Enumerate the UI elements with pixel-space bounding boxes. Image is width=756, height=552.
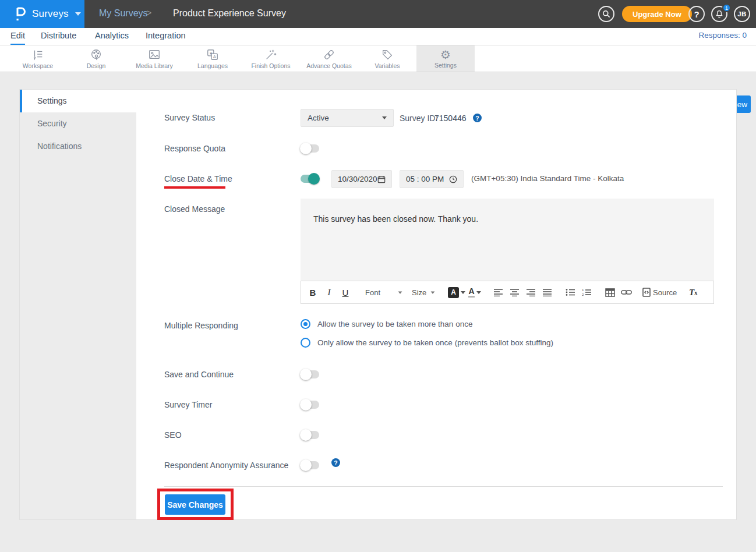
- breadcrumb-parent[interactable]: My Surveys: [99, 8, 148, 19]
- survey-status-value: Active: [308, 114, 329, 122]
- chevron-down-icon: [461, 291, 465, 294]
- chain-links-icon: [323, 48, 335, 61]
- question-mark-icon: ?: [334, 459, 337, 466]
- survey-id-label: Survey ID:: [400, 114, 437, 123]
- tab-analytics[interactable]: Analytics: [95, 28, 129, 45]
- align-left-button[interactable]: [491, 285, 505, 300]
- question-mark-icon: ?: [475, 115, 479, 122]
- source-button[interactable]: Source: [642, 285, 677, 300]
- close-time-value: 05 : 00 PM: [406, 175, 444, 183]
- chevron-down-icon: [398, 291, 402, 293]
- toolbar-item-variables[interactable]: Variables: [358, 45, 416, 72]
- remove-format-x: x: [694, 289, 697, 296]
- survey-status-select[interactable]: Active: [301, 109, 394, 127]
- responses-count: Responses: 0: [698, 31, 747, 40]
- product-switcher[interactable]: Surveys: [0, 0, 84, 28]
- sidebar-item-settings[interactable]: Settings: [20, 90, 136, 112]
- workspace-icon: [31, 48, 44, 61]
- toolbar-item-finish-options[interactable]: Finish Options: [242, 45, 300, 72]
- toolbar-item-settings[interactable]: ⚙ Settings: [416, 45, 475, 72]
- multiple-responding-option-1[interactable]: Allow the survey to be taken more than o…: [301, 319, 472, 329]
- annotation-underline: [164, 186, 225, 189]
- close-date-time-label: Close Date & Time: [164, 174, 232, 183]
- insert-link-button[interactable]: [619, 285, 633, 300]
- chevron-down-icon: [431, 291, 435, 293]
- toolbar-item-label: Settings: [434, 62, 457, 69]
- toggle-knob: [300, 143, 312, 154]
- toolbar-item-workspace[interactable]: Workspace: [9, 45, 67, 72]
- justify-button[interactable]: [540, 285, 554, 300]
- radio-label: Only allow the survey to be taken once (…: [317, 338, 553, 347]
- insert-table-button[interactable]: [603, 285, 617, 300]
- toolbar-item-languages[interactable]: ★ A Languages: [183, 45, 242, 72]
- multiple-responding-option-2[interactable]: Only allow the survey to be taken once (…: [301, 338, 553, 348]
- top-header: Surveys My Surveys > Product Experience …: [0, 0, 756, 28]
- product-name: Surveys: [32, 8, 69, 20]
- page-title: Product Experience Survey: [173, 8, 286, 19]
- closed-message-editor[interactable]: This survey has been closed now. Thank y…: [301, 199, 714, 281]
- remove-format-button[interactable]: Tx: [686, 285, 700, 300]
- question-mark-icon: ?: [694, 9, 699, 19]
- align-center-button[interactable]: [507, 285, 521, 300]
- underline-button[interactable]: U: [338, 285, 352, 300]
- background-color-button[interactable]: A: [448, 285, 465, 300]
- align-right-button[interactable]: [524, 285, 538, 300]
- response-quota-label: Response Quota: [164, 144, 225, 153]
- text-color-button[interactable]: A: [468, 285, 482, 300]
- close-time-input[interactable]: 05 : 00 PM: [400, 170, 464, 188]
- sidebar-item-security[interactable]: Security: [20, 112, 136, 135]
- survey-nav-tabs: Edit Distribute Analytics Integration Re…: [0, 28, 756, 45]
- chevron-down-icon: [476, 291, 481, 294]
- notifications-button[interactable]: 1: [711, 6, 727, 22]
- numbered-list-button[interactable]: 1 2: [580, 285, 594, 300]
- tab-edit[interactable]: Edit: [10, 28, 25, 45]
- edit-toolbar: Workspace Design Media Library ★: [0, 45, 756, 72]
- upgrade-now-button[interactable]: Upgrade Now: [622, 6, 692, 22]
- save-and-continue-toggle[interactable]: [301, 370, 319, 378]
- svg-text:A: A: [213, 54, 217, 59]
- radio-label: Allow the survey to be taken more than o…: [317, 320, 472, 328]
- respondent-anonymity-help-icon[interactable]: ?: [331, 458, 340, 467]
- bullet-list-button[interactable]: [563, 285, 577, 300]
- bold-button[interactable]: B: [306, 285, 320, 300]
- image-icon: [148, 48, 161, 61]
- close-date-input[interactable]: 10/30/2020: [331, 170, 392, 188]
- help-button[interactable]: ?: [688, 6, 705, 22]
- survey-id-help-icon[interactable]: ?: [473, 114, 482, 122]
- toolbar-item-advance-quotas[interactable]: Advance Quotas: [300, 45, 358, 72]
- italic-button[interactable]: I: [322, 285, 336, 300]
- align-center-icon: [510, 288, 520, 296]
- sidebar-item-notifications[interactable]: Notifications: [20, 135, 136, 158]
- chevron-down-icon: [382, 116, 387, 119]
- toolbar-item-design[interactable]: Design: [67, 45, 125, 72]
- bell-icon: [715, 9, 724, 19]
- toolbar-item-media-library[interactable]: Media Library: [125, 45, 183, 72]
- seo-toggle[interactable]: [301, 431, 319, 439]
- close-date-time-toggle[interactable]: [301, 175, 319, 183]
- toolbar-item-label: Workspace: [23, 62, 53, 69]
- text-color-icon: A: [468, 287, 474, 298]
- response-quota-toggle[interactable]: [301, 144, 319, 153]
- rich-text-toolbar: B I U Font Size A A: [301, 281, 714, 304]
- chevron-down-icon: [75, 12, 81, 16]
- survey-timer-toggle[interactable]: [301, 401, 319, 409]
- toggle-knob: [300, 369, 312, 380]
- multiple-responding-label: Multiple Responding: [164, 321, 238, 330]
- palette-icon: [90, 48, 103, 61]
- size-dropdown[interactable]: Size: [408, 285, 439, 300]
- respondent-anonymity-toggle[interactable]: [301, 461, 319, 469]
- account-avatar[interactable]: JB: [734, 6, 750, 22]
- toolbar-item-label: Advance Quotas: [306, 62, 352, 69]
- translate-icon: ★ A: [206, 48, 219, 61]
- avatar-initials: JB: [737, 10, 746, 17]
- bullet-list-icon: [566, 288, 575, 296]
- link-icon: [621, 289, 632, 296]
- font-dropdown[interactable]: Font: [362, 285, 406, 300]
- tab-integration[interactable]: Integration: [146, 28, 186, 45]
- radio-selected-icon: [301, 319, 310, 329]
- remove-format-t: T: [689, 288, 694, 298]
- tab-distribute[interactable]: Distribute: [41, 28, 76, 45]
- svg-text:1: 1: [582, 288, 584, 292]
- search-button[interactable]: [598, 6, 614, 22]
- toolbar-item-label: Design: [87, 62, 106, 69]
